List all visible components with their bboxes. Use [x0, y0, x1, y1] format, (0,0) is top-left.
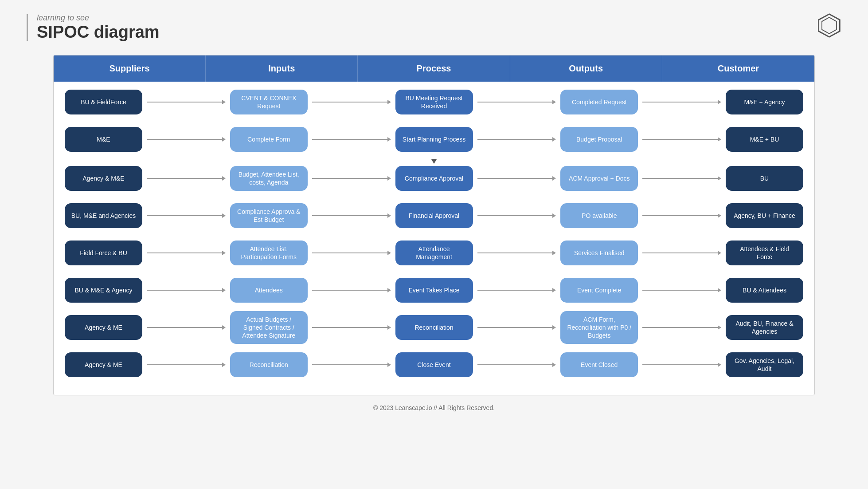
- table-row: Agency & M&E Budget, Attendee List, cost…: [60, 162, 808, 194]
- supplier-cell: Agency & ME: [60, 352, 147, 377]
- col-header-customer: Customer: [662, 55, 814, 82]
- input-node: Complete Form: [230, 127, 308, 152]
- supplier-node: Agency & ME: [65, 352, 142, 377]
- output-node: Event Closed: [560, 352, 638, 377]
- supplier-node: BU, M&E and Agencies: [65, 203, 142, 228]
- supplier-node: Agency & M&E: [65, 166, 142, 191]
- svg-marker-1: [822, 17, 837, 34]
- arrow-i-p: [312, 100, 391, 104]
- process-cell: Event Takes Place: [391, 278, 477, 303]
- arrow-i-p: [312, 325, 391, 330]
- arrow-s-i: [147, 325, 226, 330]
- arrow-p-o: [477, 100, 556, 104]
- output-node: Services Finalised: [560, 241, 638, 265]
- arrow-p-o: [477, 176, 556, 181]
- header-text-group: learning to see SIPOC diagram: [37, 13, 160, 42]
- input-cell: CVENT & CONNEX Request: [226, 90, 312, 114]
- output-node: Event Complete: [560, 278, 638, 303]
- header-divider: [27, 14, 28, 41]
- table-row: Agency & ME Reconciliation Close Event E…: [60, 349, 808, 381]
- table-row: Agency & ME Actual Budgets / Signed Cont…: [60, 312, 808, 343]
- arrow-p-o: [477, 251, 556, 255]
- input-cell: Reconciliation: [226, 352, 312, 377]
- process-node: Financial Approval: [395, 203, 473, 228]
- input-cell: Budget, Attendee List, costs, Agenda: [226, 166, 312, 191]
- arrow-p-o: [477, 363, 556, 367]
- diagram-body: BU & FieldForce CVENT & CONNEX Request B…: [54, 82, 814, 395]
- page-header: learning to see SIPOC diagram: [0, 0, 868, 55]
- output-cell: Services Finalised: [556, 241, 642, 265]
- input-cell: Actual Budgets / Signed Contracts / Atte…: [226, 311, 312, 344]
- arrow-p-o: [477, 288, 556, 292]
- process-node: Attendance Management: [395, 241, 473, 265]
- arrow-s-i: [147, 137, 226, 142]
- customer-cell: Agency, BU + Finance: [721, 203, 808, 228]
- input-cell: Complete Form: [226, 127, 312, 152]
- input-node: Compliance Approva & Est Budget: [230, 203, 308, 228]
- arrow-p-o: [477, 137, 556, 142]
- process-cell: Close Event: [391, 352, 477, 377]
- sipoc-diagram: Suppliers Inputs Process Outputs Custome…: [53, 55, 815, 395]
- process-cell: Reconciliation: [391, 315, 477, 340]
- supplier-cell: Field Force & BU: [60, 241, 147, 265]
- arrow-o-c: [642, 325, 721, 330]
- output-cell: Event Closed: [556, 352, 642, 377]
- supplier-cell: M&E: [60, 127, 147, 152]
- col-header-inputs: Inputs: [206, 55, 358, 82]
- arrow-i-p: [312, 176, 391, 181]
- supplier-cell: Agency & M&E: [60, 166, 147, 191]
- supplier-cell: BU & M&E & Agency: [60, 278, 147, 303]
- customer-cell: Attendees & Field Force: [721, 241, 808, 265]
- customer-node: Gov. Agencies, Legal, Audit: [726, 352, 803, 377]
- customer-cell: Audit, BU, Finance & Agencies: [721, 315, 808, 340]
- arrow-i-p: [312, 288, 391, 292]
- process-cell: BU Meeting Request Received: [391, 90, 477, 114]
- output-node: PO available: [560, 203, 638, 228]
- arrow-i-p: [312, 213, 391, 218]
- supplier-cell: BU, M&E and Agencies: [60, 203, 147, 228]
- process-node: Close Event: [395, 352, 473, 377]
- arrow-o-c: [642, 251, 721, 255]
- arrow-o-c: [642, 288, 721, 292]
- arrow-o-c: [642, 213, 721, 218]
- input-node: Actual Budgets / Signed Contracts / Atte…: [230, 311, 308, 344]
- customer-cell: M&E + Agency: [721, 90, 808, 114]
- process-node: Compliance Approval: [395, 166, 473, 191]
- input-node: Attendee List, Particupation Forms: [230, 241, 308, 265]
- output-node: Budget Proposal: [560, 127, 638, 152]
- supplier-node: Field Force & BU: [65, 241, 142, 265]
- arrow-s-i: [147, 363, 226, 367]
- supplier-node: BU & M&E & Agency: [65, 278, 142, 303]
- input-cell: Compliance Approva & Est Budget: [226, 203, 312, 228]
- input-cell: Attendees: [226, 278, 312, 303]
- customer-cell: BU & Attendees: [721, 278, 808, 303]
- logo-area: [817, 13, 841, 39]
- footer-text: © 2023 Leanscape.io // All Rights Reserv…: [373, 404, 495, 411]
- customer-node: Audit, BU, Finance & Agencies: [726, 315, 803, 340]
- output-node: ACM Form, Reconciliation with P0 / Budge…: [560, 311, 638, 344]
- output-cell: PO available: [556, 203, 642, 228]
- arrow-p-o: [477, 213, 556, 218]
- table-row: BU & FieldForce CVENT & CONNEX Request B…: [60, 86, 808, 118]
- arrow-o-c: [642, 100, 721, 104]
- arrow-o-c: [642, 137, 721, 142]
- logo-hexagon: [817, 13, 841, 38]
- output-cell: ACM Approval + Docs: [556, 166, 642, 191]
- table-row: M&E Complete Form Start Planning Process…: [60, 123, 808, 155]
- col-header-process: Process: [358, 55, 510, 82]
- customer-node: Agency, BU + Finance: [726, 203, 803, 228]
- sipoc-column-headers: Suppliers Inputs Process Outputs Custome…: [54, 55, 814, 82]
- input-node: Reconciliation: [230, 352, 308, 377]
- output-cell: Event Complete: [556, 278, 642, 303]
- customer-node: BU: [726, 166, 803, 191]
- process-node: Event Takes Place: [395, 278, 473, 303]
- table-row: BU & M&E & Agency Attendees Event Takes …: [60, 274, 808, 306]
- arrow-o-c: [642, 363, 721, 367]
- table-row: Field Force & BU Attendee List, Particup…: [60, 237, 808, 269]
- table-row: BU, M&E and Agencies Compliance Approva …: [60, 200, 808, 232]
- output-cell: ACM Form, Reconciliation with P0 / Budge…: [556, 311, 642, 344]
- input-cell: Attendee List, Particupation Forms: [226, 241, 312, 265]
- col-header-suppliers: Suppliers: [54, 55, 206, 82]
- customer-node: M&E + BU: [726, 127, 803, 152]
- customer-node: BU & Attendees: [726, 278, 803, 303]
